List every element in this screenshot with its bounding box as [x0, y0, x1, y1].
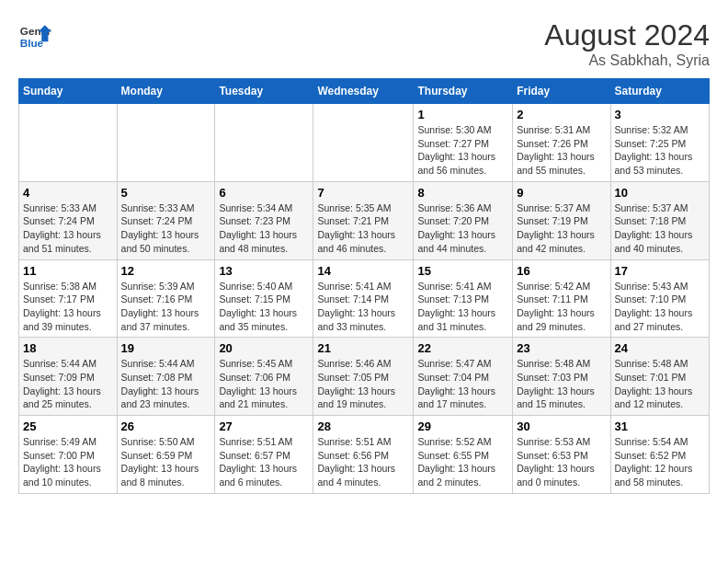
day-info: Sunrise: 5:34 AM Sunset: 7:23 PM Dayligh… — [219, 201, 309, 256]
calendar-week-3: 11Sunrise: 5:38 AM Sunset: 7:17 PM Dayli… — [19, 259, 710, 338]
day-number: 2 — [517, 108, 606, 121]
day-number: 11 — [23, 264, 113, 278]
calendar-cell: 30Sunrise: 5:53 AM Sunset: 6:53 PM Dayli… — [513, 416, 610, 494]
day-info: Sunrise: 5:51 AM Sunset: 6:56 PM Dayligh… — [317, 435, 409, 489]
weekday-header-sunday: Sunday — [19, 79, 118, 104]
day-info: Sunrise: 5:32 AM Sunset: 7:25 PM Dayligh… — [615, 123, 705, 178]
day-number: 10 — [615, 186, 705, 200]
day-number: 30 — [517, 419, 606, 433]
day-info: Sunrise: 5:51 AM Sunset: 6:57 PM Dayligh… — [219, 435, 309, 489]
calendar-cell: 6Sunrise: 5:34 AM Sunset: 7:23 PM Daylig… — [215, 181, 313, 259]
calendar-cell — [117, 104, 215, 182]
calendar-cell: 5Sunrise: 5:33 AM Sunset: 7:24 PM Daylig… — [117, 181, 215, 259]
calendar-cell: 7Sunrise: 5:35 AM Sunset: 7:21 PM Daylig… — [313, 181, 414, 259]
calendar-cell: 19Sunrise: 5:44 AM Sunset: 7:08 PM Dayli… — [117, 338, 215, 416]
weekday-header-tuesday: Tuesday — [215, 79, 313, 104]
weekday-header-row: SundayMondayTuesdayWednesdayThursdayFrid… — [19, 79, 710, 104]
calendar-cell: 27Sunrise: 5:51 AM Sunset: 6:57 PM Dayli… — [215, 416, 313, 494]
calendar-cell: 23Sunrise: 5:48 AM Sunset: 7:03 PM Dayli… — [513, 338, 610, 416]
day-info: Sunrise: 5:35 AM Sunset: 7:21 PM Dayligh… — [317, 201, 409, 256]
day-number: 31 — [615, 419, 705, 433]
weekday-header-saturday: Saturday — [610, 79, 709, 104]
day-info: Sunrise: 5:33 AM Sunset: 7:24 PM Dayligh… — [121, 201, 211, 256]
calendar-cell: 21Sunrise: 5:46 AM Sunset: 7:05 PM Dayli… — [313, 338, 414, 416]
location: As Sabkhah, Syria — [544, 52, 710, 69]
day-number: 21 — [317, 341, 409, 355]
day-info: Sunrise: 5:41 AM Sunset: 7:13 PM Dayligh… — [417, 280, 508, 334]
calendar-cell — [215, 104, 313, 182]
calendar-cell: 17Sunrise: 5:43 AM Sunset: 7:10 PM Dayli… — [610, 259, 709, 338]
calendar-cell: 3Sunrise: 5:32 AM Sunset: 7:25 PM Daylig… — [610, 104, 709, 182]
day-number: 17 — [615, 264, 705, 278]
calendar-cell: 24Sunrise: 5:48 AM Sunset: 7:01 PM Dayli… — [610, 338, 709, 416]
day-info: Sunrise: 5:54 AM Sunset: 6:52 PM Dayligh… — [615, 435, 705, 489]
day-info: Sunrise: 5:41 AM Sunset: 7:14 PM Dayligh… — [317, 280, 409, 334]
calendar-cell — [19, 104, 118, 182]
calendar-cell: 26Sunrise: 5:50 AM Sunset: 6:59 PM Dayli… — [117, 416, 215, 494]
calendar-cell: 1Sunrise: 5:30 AM Sunset: 7:27 PM Daylig… — [414, 104, 513, 182]
day-number: 4 — [23, 186, 113, 200]
day-number: 16 — [517, 264, 606, 278]
day-number: 1 — [417, 108, 508, 121]
day-info: Sunrise: 5:49 AM Sunset: 7:00 PM Dayligh… — [23, 435, 113, 489]
day-info: Sunrise: 5:44 AM Sunset: 7:08 PM Dayligh… — [121, 357, 211, 411]
day-info: Sunrise: 5:38 AM Sunset: 7:17 PM Dayligh… — [23, 280, 113, 334]
calendar-cell: 2Sunrise: 5:31 AM Sunset: 7:26 PM Daylig… — [513, 104, 610, 182]
calendar-cell: 12Sunrise: 5:39 AM Sunset: 7:16 PM Dayli… — [117, 259, 215, 338]
calendar-cell: 13Sunrise: 5:40 AM Sunset: 7:15 PM Dayli… — [215, 259, 313, 338]
calendar-cell: 4Sunrise: 5:33 AM Sunset: 7:24 PM Daylig… — [19, 181, 118, 259]
day-info: Sunrise: 5:40 AM Sunset: 7:15 PM Dayligh… — [219, 280, 309, 334]
day-info: Sunrise: 5:48 AM Sunset: 7:03 PM Dayligh… — [517, 357, 606, 411]
day-info: Sunrise: 5:52 AM Sunset: 6:55 PM Dayligh… — [417, 435, 508, 489]
day-number: 18 — [23, 341, 113, 355]
day-number: 26 — [121, 419, 211, 433]
day-info: Sunrise: 5:36 AM Sunset: 7:20 PM Dayligh… — [417, 201, 508, 256]
day-info: Sunrise: 5:53 AM Sunset: 6:53 PM Dayligh… — [517, 435, 606, 489]
day-number: 29 — [417, 419, 508, 433]
logo-icon: General Blue — [18, 18, 51, 52]
weekday-header-friday: Friday — [513, 79, 610, 104]
calendar-cell: 15Sunrise: 5:41 AM Sunset: 7:13 PM Dayli… — [414, 259, 513, 338]
calendar-week-4: 18Sunrise: 5:44 AM Sunset: 7:09 PM Dayli… — [19, 338, 710, 416]
calendar-cell: 25Sunrise: 5:49 AM Sunset: 7:00 PM Dayli… — [19, 416, 118, 494]
day-info: Sunrise: 5:43 AM Sunset: 7:10 PM Dayligh… — [615, 280, 705, 334]
day-number: 14 — [317, 264, 409, 278]
day-info: Sunrise: 5:37 AM Sunset: 7:19 PM Dayligh… — [517, 201, 606, 256]
day-info: Sunrise: 5:46 AM Sunset: 7:05 PM Dayligh… — [317, 357, 409, 411]
day-number: 9 — [517, 186, 606, 200]
calendar-cell: 9Sunrise: 5:37 AM Sunset: 7:19 PM Daylig… — [513, 181, 610, 259]
calendar-cell: 29Sunrise: 5:52 AM Sunset: 6:55 PM Dayli… — [414, 416, 513, 494]
calendar-cell: 28Sunrise: 5:51 AM Sunset: 6:56 PM Dayli… — [313, 416, 414, 494]
calendar-cell: 14Sunrise: 5:41 AM Sunset: 7:14 PM Dayli… — [313, 259, 414, 338]
weekday-header-monday: Monday — [117, 79, 215, 104]
day-number: 6 — [219, 186, 309, 200]
calendar-cell: 18Sunrise: 5:44 AM Sunset: 7:09 PM Dayli… — [19, 338, 118, 416]
svg-text:Blue: Blue — [20, 37, 44, 49]
day-number: 28 — [317, 419, 409, 433]
day-info: Sunrise: 5:47 AM Sunset: 7:04 PM Dayligh… — [417, 357, 508, 411]
day-info: Sunrise: 5:42 AM Sunset: 7:11 PM Dayligh… — [517, 280, 606, 334]
weekday-header-wednesday: Wednesday — [313, 79, 414, 104]
page-header: General Blue August 2024 As Sabkhah, Syr… — [18, 18, 710, 69]
day-info: Sunrise: 5:48 AM Sunset: 7:01 PM Dayligh… — [615, 357, 705, 411]
day-info: Sunrise: 5:50 AM Sunset: 6:59 PM Dayligh… — [121, 435, 211, 489]
calendar-cell: 8Sunrise: 5:36 AM Sunset: 7:20 PM Daylig… — [414, 181, 513, 259]
day-info: Sunrise: 5:39 AM Sunset: 7:16 PM Dayligh… — [121, 280, 211, 334]
day-number: 19 — [121, 341, 211, 355]
day-number: 15 — [417, 264, 508, 278]
calendar-cell: 16Sunrise: 5:42 AM Sunset: 7:11 PM Dayli… — [513, 259, 610, 338]
calendar-table: SundayMondayTuesdayWednesdayThursdayFrid… — [18, 78, 710, 494]
day-number: 12 — [121, 264, 211, 278]
day-number: 7 — [317, 186, 409, 200]
calendar-week-5: 25Sunrise: 5:49 AM Sunset: 7:00 PM Dayli… — [19, 416, 710, 494]
calendar-cell: 20Sunrise: 5:45 AM Sunset: 7:06 PM Dayli… — [215, 338, 313, 416]
calendar-week-1: 1Sunrise: 5:30 AM Sunset: 7:27 PM Daylig… — [19, 104, 710, 182]
day-info: Sunrise: 5:33 AM Sunset: 7:24 PM Dayligh… — [23, 201, 113, 256]
day-info: Sunrise: 5:44 AM Sunset: 7:09 PM Dayligh… — [23, 357, 113, 411]
calendar-week-2: 4Sunrise: 5:33 AM Sunset: 7:24 PM Daylig… — [19, 181, 710, 259]
day-number: 23 — [517, 341, 606, 355]
day-info: Sunrise: 5:45 AM Sunset: 7:06 PM Dayligh… — [219, 357, 309, 411]
day-number: 27 — [219, 419, 309, 433]
calendar-cell: 22Sunrise: 5:47 AM Sunset: 7:04 PM Dayli… — [414, 338, 513, 416]
day-number: 22 — [417, 341, 508, 355]
